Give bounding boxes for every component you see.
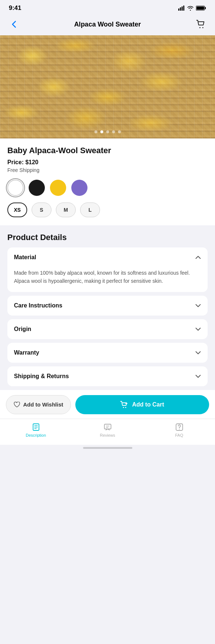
svg-point-9	[123, 407, 124, 408]
color-swatch-white[interactable]	[7, 180, 24, 196]
reviews-tab-label: Reviews	[100, 433, 115, 437]
accordion-shipping-header[interactable]: Shipping & Returns	[7, 366, 208, 386]
accordion-warranty-label: Warranty	[14, 349, 39, 356]
back-button[interactable]	[7, 18, 21, 31]
accordion-warranty-header[interactable]: Warranty	[7, 343, 208, 363]
accordion-material-label: Material	[14, 254, 36, 261]
svg-rect-6	[197, 7, 204, 10]
heart-icon	[14, 402, 20, 408]
accordion-shipping-label: Shipping & Returns	[14, 373, 69, 380]
product-shipping: Free Shipping	[7, 167, 208, 173]
accordion-warranty: Warranty	[7, 343, 208, 363]
cart-label: Add to Cart	[132, 401, 164, 408]
description-tab-label: Description	[26, 433, 46, 437]
size-m[interactable]: M	[56, 203, 76, 217]
svg-rect-1	[180, 7, 181, 11]
accordion-material: Material Made from 100% baby alpaca wool…	[7, 247, 208, 292]
size-s[interactable]: S	[32, 203, 51, 217]
color-swatch-black[interactable]	[29, 180, 45, 196]
status-time: 9:41	[9, 4, 21, 12]
color-swatch-yellow[interactable]	[50, 180, 66, 196]
accordion-shipping-icon	[195, 373, 201, 380]
battery-icon	[196, 6, 206, 11]
product-image	[0, 35, 215, 138]
product-price: Price: $120	[7, 159, 208, 166]
description-tab-icon	[32, 423, 40, 432]
tab-faq[interactable]: FAQ	[143, 423, 215, 437]
faq-tab-label: FAQ	[175, 433, 183, 437]
status-bar: 9:41	[0, 0, 215, 15]
reviews-tab-icon	[103, 423, 112, 432]
dot-4[interactable]	[112, 130, 115, 133]
svg-point-8	[202, 27, 203, 28]
accordion-care-icon	[195, 302, 201, 309]
accordion-warranty-icon	[195, 349, 201, 356]
accordion-shipping: Shipping & Returns	[7, 366, 208, 386]
svg-rect-5	[205, 7, 206, 9]
svg-rect-2	[182, 7, 183, 11]
size-xs[interactable]: XS	[7, 203, 27, 217]
accordion-origin-icon	[195, 326, 201, 332]
color-swatches	[7, 180, 208, 196]
svg-rect-15	[104, 424, 111, 429]
cart-add-icon	[120, 401, 128, 408]
faq-tab-icon	[175, 423, 184, 432]
details-title: Product Details	[7, 233, 208, 242]
dot-5[interactable]	[118, 130, 121, 133]
cart-button[interactable]	[194, 18, 208, 31]
image-dots	[94, 130, 121, 133]
home-indicator	[83, 447, 132, 449]
accordion-material-content: Made from 100% baby alpaca wool, known f…	[7, 267, 208, 292]
nav-header: Alpaca Wool Sweater	[0, 15, 215, 35]
svg-point-19	[179, 429, 180, 429]
page-title: Alpaca Wool Sweater	[74, 21, 141, 28]
tab-description[interactable]: Description	[0, 423, 72, 437]
wifi-icon	[187, 6, 194, 11]
svg-rect-0	[178, 8, 179, 11]
accordion-material-icon	[195, 254, 201, 261]
add-to-cart-button[interactable]: Add to Cart	[75, 395, 209, 414]
color-swatch-purple[interactable]	[71, 180, 87, 196]
dot-3[interactable]	[106, 130, 109, 133]
svg-point-10	[125, 407, 126, 408]
product-info: Baby Alpaca-Wool Sweater Price: $120 Fre…	[0, 138, 215, 225]
svg-point-7	[199, 27, 200, 28]
wishlist-label: Add to Wishlist	[23, 401, 63, 408]
tab-reviews[interactable]: Reviews	[72, 423, 143, 437]
accordion-origin: Origin	[7, 319, 208, 339]
wishlist-button[interactable]: Add to Wishlist	[6, 395, 71, 414]
svg-rect-3	[183, 6, 184, 11]
size-l[interactable]: L	[80, 203, 100, 217]
accordion-care-label: Care Instructions	[14, 302, 62, 309]
dot-1[interactable]	[94, 130, 97, 133]
accordion-care: Care Instructions	[7, 296, 208, 316]
signal-icon	[178, 6, 185, 11]
details-section: Product Details Material Made from 100% …	[0, 225, 215, 386]
size-buttons: XS S M L	[7, 203, 208, 217]
accordion-care-header[interactable]: Care Instructions	[7, 296, 208, 316]
tab-bar: Description Reviews FAQ	[0, 419, 215, 445]
status-icons	[178, 6, 206, 11]
bottom-cta: Add to Wishlist Add to Cart	[0, 390, 215, 419]
accordion-origin-header[interactable]: Origin	[7, 319, 208, 339]
accordion-origin-label: Origin	[14, 326, 31, 332]
product-name: Baby Alpaca-Wool Sweater	[7, 146, 208, 155]
accordion-material-header[interactable]: Material	[7, 247, 208, 267]
dot-2[interactable]	[100, 130, 103, 133]
